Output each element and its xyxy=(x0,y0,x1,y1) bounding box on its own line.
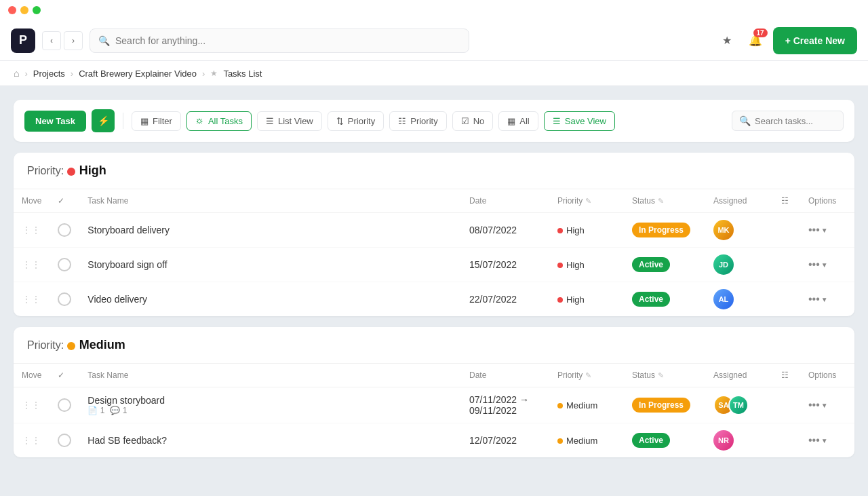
breadcrumb-projects[interactable]: Projects xyxy=(33,69,65,79)
priority-label: Medium xyxy=(566,436,597,446)
drag-handle-cell: ⋮⋮ xyxy=(14,213,50,248)
col-header-extra: ☷ xyxy=(773,189,800,213)
breadcrumb-project-name[interactable]: Craft Brewery Explainer Video xyxy=(79,69,197,79)
priority-dot xyxy=(557,263,563,268)
task-options-button[interactable]: ••• ▼ xyxy=(808,224,828,236)
doc-icon: 📄 1 xyxy=(87,406,104,415)
task-name-cell: Video delivery xyxy=(79,282,461,317)
global-search-bar[interactable]: 🔍 xyxy=(90,28,469,53)
task-priority-cell: High xyxy=(549,282,624,317)
save-view-button[interactable]: ☰ Save View xyxy=(544,111,615,131)
priority-group-button[interactable]: ☷ Priority xyxy=(389,111,446,131)
group-icon: ☷ xyxy=(398,116,406,126)
task-assigned-cell: SA TM xyxy=(705,387,773,423)
priority-badge: Medium xyxy=(557,400,597,411)
task-checkbox[interactable] xyxy=(58,223,71,237)
col-header-date: Date xyxy=(461,189,549,213)
med-status-edit-icon: ✎ xyxy=(658,371,664,380)
drag-handle-icon[interactable]: ⋮⋮ xyxy=(22,400,41,411)
avatar-group: SA TM xyxy=(713,395,765,415)
priority-dot xyxy=(557,297,563,303)
table-row: ⋮⋮ Design storyboard 📄 1 💬 1 07/11/2022 … xyxy=(14,387,854,423)
task-date-label: 12/07/2022 xyxy=(469,435,517,446)
task-options-button[interactable]: ••• ▼ xyxy=(808,293,828,305)
task-assigned-cell: NR xyxy=(705,423,773,458)
task-extra-cell xyxy=(773,248,800,282)
task-checkbox[interactable] xyxy=(58,258,71,271)
app-logo: P xyxy=(11,28,35,53)
notification-badge: 17 xyxy=(753,28,768,37)
nav-back-button[interactable]: ‹ xyxy=(42,31,61,50)
task-checkbox[interactable] xyxy=(58,398,71,412)
priority-label: High xyxy=(566,225,585,235)
filter-button[interactable]: ▦ Filter xyxy=(132,111,181,131)
col-header-status: Status ✎ xyxy=(624,189,705,213)
global-search-input[interactable] xyxy=(115,35,460,46)
lightning-button[interactable]: ⚡ xyxy=(92,109,115,132)
task-priority-cell: Medium xyxy=(549,387,624,423)
task-options-button[interactable]: ••• ▼ xyxy=(808,399,828,411)
list-view-button[interactable]: ☰ List View xyxy=(257,111,322,131)
task-options-cell: ••• ▼ xyxy=(800,423,854,458)
task-date-cell: 15/07/2022 xyxy=(461,248,549,282)
med-col-header-options: Options xyxy=(800,364,854,387)
task-meta: 📄 1 💬 1 xyxy=(87,406,453,415)
notifications-button[interactable]: 🔔 17 xyxy=(745,30,766,52)
breadcrumb-star-icon[interactable]: ★ xyxy=(210,69,218,78)
all-tasks-button[interactable]: ⛭ All Tasks xyxy=(186,111,252,131)
task-status-cell: Active xyxy=(624,248,705,282)
nav-forward-button[interactable]: › xyxy=(64,31,83,50)
traffic-light-maximize[interactable] xyxy=(33,6,41,14)
create-new-button[interactable]: + Create New xyxy=(773,27,857,54)
drag-handle-icon[interactable]: ⋮⋮ xyxy=(22,294,41,305)
high-task-table: Move ✓ Task Name Date Priority ✎ Status … xyxy=(14,189,854,316)
high-priority-header: Priority: High xyxy=(14,153,854,189)
traffic-light-close[interactable] xyxy=(8,6,16,14)
task-options-button[interactable]: ••• ▼ xyxy=(808,259,828,271)
task-date-cell: 08/07/2022 xyxy=(461,213,549,248)
home-icon[interactable]: ⌂ xyxy=(14,68,19,79)
ellipsis-icon: ••• xyxy=(808,224,820,236)
task-extra-cell xyxy=(773,387,800,423)
favorites-button[interactable]: ★ xyxy=(716,30,738,52)
col-header-options: Options xyxy=(800,189,854,213)
high-dot xyxy=(67,168,75,176)
priority-sort-button[interactable]: ⇅ Priority xyxy=(328,111,384,131)
task-checkbox[interactable] xyxy=(58,434,71,447)
new-task-button[interactable]: New Task xyxy=(24,111,86,132)
avatar: AL xyxy=(713,289,734,309)
drag-handle-icon[interactable]: ⋮⋮ xyxy=(22,435,41,446)
high-priority-section: Priority: High Move ✓ Task Name Date Pri… xyxy=(14,153,854,316)
col-header-check: ✓ xyxy=(50,189,79,213)
task-search-bar[interactable]: 🔍 xyxy=(732,111,844,131)
task-assigned-cell: AL xyxy=(705,282,773,317)
breadcrumb-sep1: › xyxy=(24,69,27,79)
task-extra-cell xyxy=(773,213,800,248)
status-badge: In Progress xyxy=(632,223,690,237)
drag-handle-icon[interactable]: ⋮⋮ xyxy=(22,225,41,235)
drag-handle-icon[interactable]: ⋮⋮ xyxy=(22,259,41,270)
task-options-button[interactable]: ••• ▼ xyxy=(808,434,828,446)
task-priority-cell: High xyxy=(549,213,624,248)
task-extra-cell xyxy=(773,282,800,317)
priority-edit-icon: ✎ xyxy=(585,197,591,206)
save-icon: ☰ xyxy=(553,116,561,126)
comment-icon: 💬 1 xyxy=(110,406,127,415)
traffic-light-minimize[interactable] xyxy=(20,6,28,14)
task-name-label: Storyboard sign off xyxy=(87,259,167,270)
chevron-down-icon: ▼ xyxy=(821,296,828,303)
task-status-cell: Active xyxy=(624,423,705,458)
med-col-header-move: Move xyxy=(14,364,50,387)
no-button[interactable]: ☑ No xyxy=(452,111,494,131)
table-row: ⋮⋮ Video delivery 22/07/2022 High Active xyxy=(14,282,854,317)
header: P ‹ › 🔍 ★ 🔔 17 + Create New xyxy=(0,20,868,61)
header-actions: ★ 🔔 17 + Create New xyxy=(716,27,857,54)
task-options-cell: ••• ▼ xyxy=(800,387,854,423)
priority-badge: High xyxy=(557,260,585,270)
task-date-cell: 07/11/2022 → 09/11/2022 xyxy=(461,387,549,423)
high-table-header-row: Move ✓ Task Name Date Priority ✎ Status … xyxy=(14,189,854,213)
task-checkbox[interactable] xyxy=(58,292,71,306)
task-search-input[interactable] xyxy=(755,116,836,126)
task-name-label: Design storyboard xyxy=(87,395,165,406)
all-button[interactable]: ▦ All xyxy=(498,111,538,131)
